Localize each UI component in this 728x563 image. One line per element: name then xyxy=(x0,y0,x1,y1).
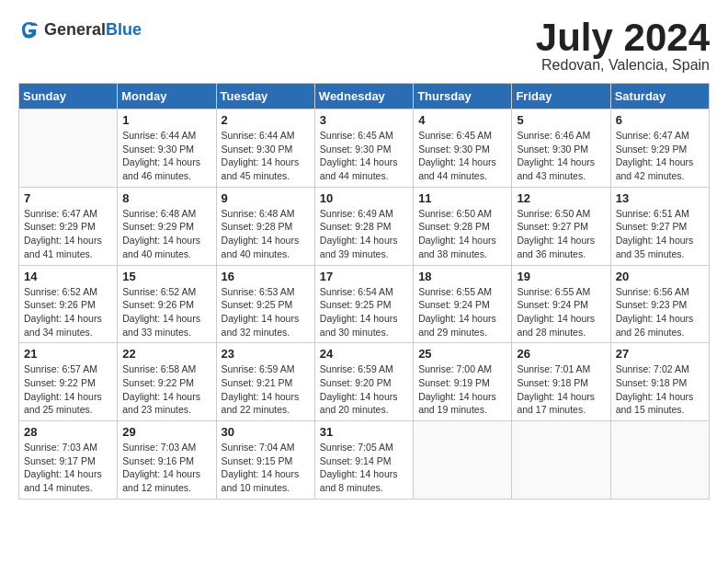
location-subtitle: Redovan, Valencia, Spain xyxy=(536,57,710,74)
cell-details: Sunrise: 6:50 AMSunset: 9:28 PMDaylight:… xyxy=(418,207,506,261)
cell-details: Sunrise: 7:03 AMSunset: 9:17 PMDaylight:… xyxy=(24,441,112,495)
day-number: 20 xyxy=(616,270,704,283)
cell-details: Sunrise: 6:53 AMSunset: 9:25 PMDaylight:… xyxy=(222,285,310,339)
calendar-cell: 18Sunrise: 6:55 AMSunset: 9:24 PMDayligh… xyxy=(414,265,512,343)
header: GeneralBlue July 2024 Redovan, Valencia,… xyxy=(18,18,710,74)
calendar-cell: 21Sunrise: 6:57 AMSunset: 9:22 PMDayligh… xyxy=(19,343,118,421)
calendar-cell xyxy=(512,421,610,500)
calendar-cell: 14Sunrise: 6:52 AMSunset: 9:26 PMDayligh… xyxy=(19,265,118,343)
calendar-cell xyxy=(414,421,512,500)
cell-details: Sunrise: 6:51 AMSunset: 9:27 PMDaylight:… xyxy=(616,207,704,261)
calendar-cell: 8Sunrise: 6:48 AMSunset: 9:29 PMDaylight… xyxy=(118,187,216,265)
weekday-header-cell: Friday xyxy=(512,84,610,109)
month-title: July 2024 xyxy=(536,18,710,57)
day-number: 17 xyxy=(320,270,408,283)
calendar-cell: 9Sunrise: 6:48 AMSunset: 9:28 PMDaylight… xyxy=(216,187,314,265)
cell-details: Sunrise: 7:02 AMSunset: 9:18 PMDaylight:… xyxy=(616,362,704,417)
cell-details: Sunrise: 6:45 AMSunset: 9:30 PMDaylight:… xyxy=(418,129,506,183)
cell-details: Sunrise: 6:49 AMSunset: 9:28 PMDaylight:… xyxy=(320,207,408,261)
day-number: 19 xyxy=(517,270,605,283)
calendar-cell: 5Sunrise: 6:46 AMSunset: 9:30 PMDaylight… xyxy=(512,109,610,188)
calendar-cell: 15Sunrise: 6:52 AMSunset: 9:26 PMDayligh… xyxy=(118,265,216,343)
calendar-cell: 16Sunrise: 6:53 AMSunset: 9:25 PMDayligh… xyxy=(216,265,314,343)
day-number: 31 xyxy=(320,425,408,439)
weekday-header-cell: Sunday xyxy=(19,84,118,109)
day-number: 16 xyxy=(222,270,310,283)
calendar-cell: 17Sunrise: 6:54 AMSunset: 9:25 PMDayligh… xyxy=(314,265,413,343)
day-number: 11 xyxy=(418,191,506,205)
cell-details: Sunrise: 6:55 AMSunset: 9:24 PMDaylight:… xyxy=(418,285,506,339)
calendar-cell: 30Sunrise: 7:04 AMSunset: 9:15 PMDayligh… xyxy=(216,421,314,500)
cell-details: Sunrise: 6:56 AMSunset: 9:23 PMDaylight:… xyxy=(616,285,704,339)
cell-details: Sunrise: 6:52 AMSunset: 9:26 PMDaylight:… xyxy=(122,285,210,339)
weekday-header-cell: Tuesday xyxy=(216,84,314,109)
day-number: 26 xyxy=(517,347,605,361)
day-number: 9 xyxy=(222,191,310,205)
calendar-header: SundayMondayTuesdayWednesdayThursdayFrid… xyxy=(19,84,710,109)
calendar-week-row: 14Sunrise: 6:52 AMSunset: 9:26 PMDayligh… xyxy=(19,265,710,343)
cell-details: Sunrise: 7:04 AMSunset: 9:15 PMDaylight:… xyxy=(222,441,310,495)
calendar-cell: 4Sunrise: 6:45 AMSunset: 9:30 PMDaylight… xyxy=(414,109,512,188)
cell-details: Sunrise: 7:05 AMSunset: 9:14 PMDaylight:… xyxy=(320,441,408,495)
calendar-cell: 25Sunrise: 7:00 AMSunset: 9:19 PMDayligh… xyxy=(414,343,512,421)
weekday-header-row: SundayMondayTuesdayWednesdayThursdayFrid… xyxy=(19,84,710,109)
cell-details: Sunrise: 6:46 AMSunset: 9:30 PMDaylight:… xyxy=(517,129,605,183)
cell-details: Sunrise: 6:52 AMSunset: 9:26 PMDaylight:… xyxy=(24,285,112,339)
logo-icon xyxy=(18,18,40,40)
calendar-cell: 1Sunrise: 6:44 AMSunset: 9:30 PMDaylight… xyxy=(118,109,216,188)
calendar-cell: 26Sunrise: 7:01 AMSunset: 9:18 PMDayligh… xyxy=(512,343,610,421)
calendar-cell: 2Sunrise: 6:44 AMSunset: 9:30 PMDaylight… xyxy=(216,109,314,188)
calendar-cell: 19Sunrise: 6:55 AMSunset: 9:24 PMDayligh… xyxy=(512,265,610,343)
day-number: 15 xyxy=(122,270,210,283)
calendar-cell: 23Sunrise: 6:59 AMSunset: 9:21 PMDayligh… xyxy=(216,343,314,421)
calendar-cell: 29Sunrise: 7:03 AMSunset: 9:16 PMDayligh… xyxy=(118,421,216,500)
cell-details: Sunrise: 6:58 AMSunset: 9:22 PMDaylight:… xyxy=(122,362,210,417)
cell-details: Sunrise: 7:00 AMSunset: 9:19 PMDaylight:… xyxy=(418,362,506,417)
day-number: 7 xyxy=(24,191,112,205)
cell-details: Sunrise: 6:48 AMSunset: 9:29 PMDaylight:… xyxy=(122,207,210,261)
cell-details: Sunrise: 6:54 AMSunset: 9:25 PMDaylight:… xyxy=(320,285,408,339)
cell-details: Sunrise: 6:44 AMSunset: 9:30 PMDaylight:… xyxy=(122,129,210,183)
calendar-week-row: 21Sunrise: 6:57 AMSunset: 9:22 PMDayligh… xyxy=(19,343,710,421)
cell-details: Sunrise: 6:45 AMSunset: 9:30 PMDaylight:… xyxy=(320,129,408,183)
day-number: 23 xyxy=(222,347,310,361)
cell-details: Sunrise: 6:47 AMSunset: 9:29 PMDaylight:… xyxy=(24,207,112,261)
weekday-header-cell: Saturday xyxy=(610,84,709,109)
day-number: 27 xyxy=(616,347,704,361)
day-number: 25 xyxy=(418,347,506,361)
day-number: 1 xyxy=(122,113,210,127)
calendar-cell: 31Sunrise: 7:05 AMSunset: 9:14 PMDayligh… xyxy=(314,421,413,500)
day-number: 5 xyxy=(517,113,605,127)
day-number: 18 xyxy=(418,270,506,283)
calendar-cell: 22Sunrise: 6:58 AMSunset: 9:22 PMDayligh… xyxy=(118,343,216,421)
weekday-header-cell: Monday xyxy=(118,84,216,109)
cell-details: Sunrise: 6:57 AMSunset: 9:22 PMDaylight:… xyxy=(24,362,112,417)
weekday-header-cell: Thursday xyxy=(414,84,512,109)
calendar-cell: 7Sunrise: 6:47 AMSunset: 9:29 PMDaylight… xyxy=(19,187,118,265)
calendar-cell: 13Sunrise: 6:51 AMSunset: 9:27 PMDayligh… xyxy=(610,187,709,265)
day-number: 13 xyxy=(616,191,704,205)
cell-details: Sunrise: 6:47 AMSunset: 9:29 PMDaylight:… xyxy=(616,129,704,183)
day-number: 2 xyxy=(222,113,310,127)
calendar-table: SundayMondayTuesdayWednesdayThursdayFrid… xyxy=(18,83,710,500)
day-number: 10 xyxy=(320,191,408,205)
day-number: 3 xyxy=(320,113,408,127)
weekday-header-cell: Wednesday xyxy=(314,84,413,109)
cell-details: Sunrise: 6:50 AMSunset: 9:27 PMDaylight:… xyxy=(517,207,605,261)
day-number: 12 xyxy=(517,191,605,205)
cell-details: Sunrise: 6:55 AMSunset: 9:24 PMDaylight:… xyxy=(517,285,605,339)
calendar-cell: 12Sunrise: 6:50 AMSunset: 9:27 PMDayligh… xyxy=(512,187,610,265)
calendar-cell: 24Sunrise: 6:59 AMSunset: 9:20 PMDayligh… xyxy=(314,343,413,421)
cell-details: Sunrise: 6:59 AMSunset: 9:21 PMDaylight:… xyxy=(222,362,310,417)
day-number: 22 xyxy=(122,347,210,361)
cell-details: Sunrise: 6:48 AMSunset: 9:28 PMDaylight:… xyxy=(222,207,310,261)
calendar-cell xyxy=(19,109,118,188)
calendar-cell: 6Sunrise: 6:47 AMSunset: 9:29 PMDaylight… xyxy=(610,109,709,188)
calendar-cell xyxy=(610,421,709,500)
calendar-cell: 3Sunrise: 6:45 AMSunset: 9:30 PMDaylight… xyxy=(314,109,413,188)
day-number: 14 xyxy=(24,270,112,283)
calendar-week-row: 1Sunrise: 6:44 AMSunset: 9:30 PMDaylight… xyxy=(19,109,710,188)
cell-details: Sunrise: 7:01 AMSunset: 9:18 PMDaylight:… xyxy=(517,362,605,417)
calendar-cell: 28Sunrise: 7:03 AMSunset: 9:17 PMDayligh… xyxy=(19,421,118,500)
logo-text: GeneralBlue xyxy=(44,20,142,40)
